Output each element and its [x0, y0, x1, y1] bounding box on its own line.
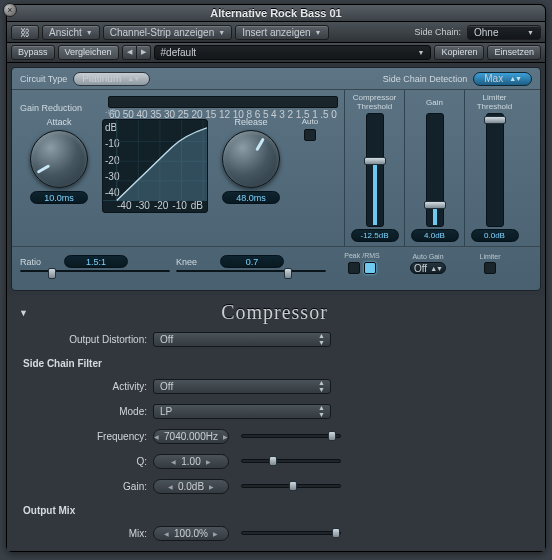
link-icon: ⛓: [18, 27, 32, 38]
transfer-curve: dB-10-20-30-40 -40-30-20-10dB: [102, 119, 208, 213]
preset-name: #default: [161, 47, 197, 58]
sidechain-value: Ohne: [474, 27, 498, 38]
attack-readout[interactable]: 10.0ms: [30, 191, 88, 204]
gain-label: Gain: [426, 93, 443, 111]
limiter-toggle[interactable]: [484, 262, 496, 274]
circuit-type-select[interactable]: Platinum▲▼: [73, 72, 150, 86]
limiter-label: Limiter Threshold: [467, 93, 522, 111]
auto-label: Auto: [302, 117, 318, 126]
output-distortion-value: Off: [160, 334, 173, 345]
insert-menu[interactable]: Insert anzeigen▼: [235, 25, 328, 40]
frequency-slider[interactable]: [241, 434, 341, 438]
threshold-strip: Compressor Threshold -12.5dB: [344, 90, 404, 246]
knob-row: Attack 10.0ms dB-10-20-30-40: [20, 117, 338, 225]
peak-toggle[interactable]: [348, 262, 360, 274]
window-title: Alternative Rock Bass 01: [210, 7, 341, 19]
preset-next-button[interactable]: ▶: [137, 45, 151, 60]
compare-button[interactable]: Vergleichen: [58, 45, 119, 60]
toolbar-row-1: ⛓ Ansicht▼ Channel-Strip anzeigen▼ Inser…: [7, 22, 545, 42]
chevron-right-icon: ▶: [223, 433, 228, 440]
limiter-slider[interactable]: [486, 113, 504, 227]
chevron-down-icon: ▼: [315, 29, 322, 36]
threshold-readout[interactable]: -12.5dB: [351, 229, 399, 242]
mode-label: Mode:: [19, 406, 147, 417]
frequency-readout: 7040.000Hz: [164, 431, 218, 442]
release-label: Release: [234, 117, 267, 127]
frequency-value[interactable]: ◀7040.000Hz▶: [153, 429, 229, 444]
attack-knob[interactable]: [30, 130, 88, 188]
activity-value: Off: [160, 381, 173, 392]
limiter-strip: Limiter Threshold 0.0dB: [464, 90, 524, 246]
mode-row: Mode: LP▲▼: [19, 401, 533, 421]
mix-value[interactable]: ◀100.0%▶: [153, 526, 229, 541]
scf-gain-value[interactable]: ◀0.0dB▶: [153, 479, 229, 494]
plugin-window: × Alternative Rock Bass 01 ⛓ Ansicht▼ Ch…: [6, 4, 546, 552]
copy-button[interactable]: Kopieren: [434, 45, 484, 60]
output-distortion-label: Output Distortion:: [19, 334, 147, 345]
lower-panel: ▼ Compressor Output Distortion: Off▲▼ Si…: [7, 295, 545, 551]
chevron-down-icon: ▼: [86, 29, 93, 36]
bypass-button[interactable]: Bypass: [11, 45, 55, 60]
gr-meter: [108, 96, 338, 108]
link-button[interactable]: ⛓: [11, 25, 39, 40]
knee-label: Knee: [176, 257, 216, 267]
rms-toggle[interactable]: [364, 262, 376, 274]
ratio-block: Ratio 1.5:1: [20, 255, 170, 272]
left-block: Gain Reduction 6050403530252015121086543…: [12, 90, 344, 246]
sidechain-label: Side Chain:: [414, 27, 461, 37]
scf-gain-slider[interactable]: [241, 484, 341, 488]
chevron-down-icon: ▼: [527, 29, 534, 36]
frequency-row: Frequency: ◀7040.000Hz▶: [19, 426, 533, 446]
attack-label: Attack: [46, 117, 71, 127]
limiter-readout[interactable]: 0.0dB: [471, 229, 519, 242]
ratio-slider[interactable]: [20, 270, 170, 272]
mode-select[interactable]: LP▲▼: [153, 404, 331, 419]
toolbar-row-2: Bypass Vergleichen ◀ ▶ #default▼ Kopiere…: [7, 43, 545, 63]
release-knob[interactable]: [222, 130, 280, 188]
gain-readout[interactable]: 4.0dB: [411, 229, 459, 242]
chevron-left-icon: ◀: [127, 48, 132, 56]
release-box: Release 48.0ms: [212, 117, 290, 204]
q-value[interactable]: ◀1.00▶: [153, 454, 229, 469]
chevron-down-icon: ▼: [218, 29, 225, 36]
mode-value: LP: [160, 406, 172, 417]
q-slider[interactable]: [241, 459, 341, 463]
titlebar[interactable]: × Alternative Rock Bass 01: [7, 5, 545, 22]
disclosure-triangle[interactable]: ▼: [19, 308, 28, 318]
chevron-left-icon: ◀: [154, 433, 159, 440]
ratio-readout[interactable]: 1.5:1: [64, 255, 128, 268]
compressor-panel: Circuit Type Platinum▲▼ Side Chain Detec…: [11, 67, 541, 291]
channel-strip-menu[interactable]: Channel-Strip anzeigen▼: [103, 25, 232, 40]
plugin-title: Compressor: [38, 301, 511, 324]
output-distortion-select[interactable]: Off▲▼: [153, 332, 331, 347]
preset-select[interactable]: #default▼: [154, 45, 432, 60]
curve-svg: [103, 120, 207, 212]
mix-readout: 100.0%: [174, 528, 208, 539]
scd-select[interactable]: Max▲▼: [473, 72, 532, 86]
view-menu[interactable]: Ansicht▼: [42, 25, 100, 40]
stepper-icon: ▲▼: [318, 404, 324, 418]
close-button[interactable]: ×: [3, 3, 17, 17]
preset-prev-button[interactable]: ◀: [122, 45, 137, 60]
paste-button[interactable]: Einsetzen: [487, 45, 541, 60]
stepper-icon: ▲▼: [318, 332, 324, 346]
auto-release-toggle[interactable]: [304, 129, 316, 141]
sidechain-select[interactable]: Ohne▼: [467, 25, 541, 40]
knee-readout[interactable]: 0.7: [220, 255, 284, 268]
release-readout[interactable]: 48.0ms: [222, 191, 280, 204]
auto-gain-block: Auto Gain Off▲▼: [398, 253, 458, 274]
scf-gain-row: Gain: ◀0.0dB▶: [19, 476, 533, 496]
auto-gain-select[interactable]: Off▲▼: [410, 262, 446, 274]
scd-label: Side Chain Detection: [383, 74, 468, 84]
mix-slider[interactable]: [241, 531, 341, 535]
chevron-left-icon: ◀: [171, 458, 176, 465]
gain-slider[interactable]: [426, 113, 444, 227]
stepper-icon: ▲▼: [127, 75, 139, 82]
plugin-body: Circuit Type Platinum▲▼ Side Chain Detec…: [7, 63, 545, 551]
threshold-slider[interactable]: [366, 113, 384, 227]
activity-select[interactable]: Off▲▼: [153, 379, 331, 394]
chevron-right-icon: ▶: [206, 458, 211, 465]
knee-slider[interactable]: [176, 270, 326, 272]
channel-strip-label: Channel-Strip anzeigen: [110, 27, 215, 38]
attack-box: Attack 10.0ms: [20, 117, 98, 204]
